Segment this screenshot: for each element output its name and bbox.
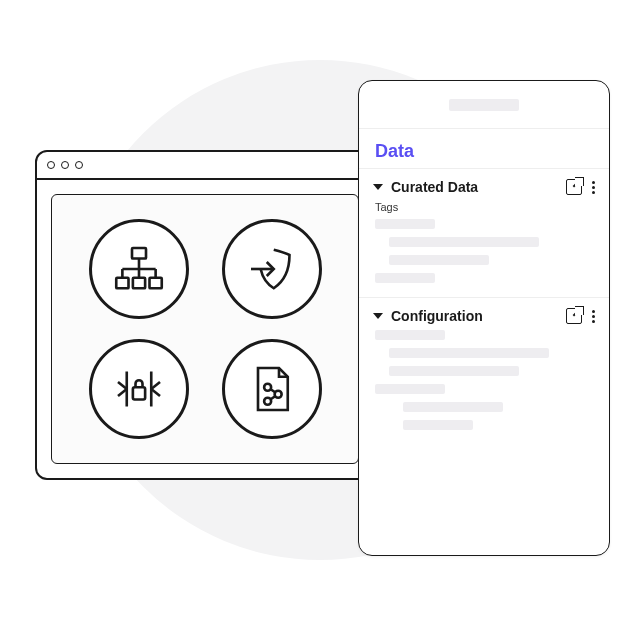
browser-window — [35, 150, 375, 480]
placeholder-group — [373, 219, 595, 283]
svg-line-31 — [270, 396, 275, 400]
section-configuration: Configuration — [359, 297, 609, 444]
open-external-icon[interactable] — [566, 179, 582, 195]
placeholder-bar — [375, 330, 445, 340]
svg-line-30 — [270, 389, 275, 393]
placeholder-bar — [389, 237, 539, 247]
svg-rect-17 — [149, 278, 161, 289]
svg-rect-16 — [132, 278, 144, 289]
browser-titlebar — [37, 152, 373, 180]
open-external-icon[interactable] — [566, 308, 582, 324]
data-panel: Data Curated Data Tags Configuration — [358, 80, 610, 556]
placeholder-group — [373, 330, 595, 430]
hierarchy-icon — [89, 219, 189, 319]
window-dot — [61, 161, 69, 169]
section-header[interactable]: Curated Data — [373, 179, 595, 195]
placeholder-bar — [403, 420, 473, 430]
more-menu-icon[interactable] — [592, 310, 595, 323]
panel-title: Data — [359, 129, 609, 168]
svg-rect-26 — [132, 387, 144, 399]
svg-rect-15 — [116, 278, 128, 289]
section-title: Configuration — [391, 308, 558, 324]
svg-rect-14 — [132, 248, 146, 259]
window-dot — [47, 161, 55, 169]
section-title: Curated Data — [391, 179, 558, 195]
share-document-icon — [222, 339, 322, 439]
placeholder-bar — [389, 348, 549, 358]
window-dot — [75, 161, 83, 169]
icon-grid — [51, 194, 359, 464]
placeholder-bar — [449, 99, 519, 111]
more-menu-icon[interactable] — [592, 181, 595, 194]
shield-login-icon — [222, 219, 322, 319]
section-curated-data: Curated Data Tags — [359, 168, 609, 297]
panel-header — [359, 81, 609, 129]
browser-body — [37, 180, 373, 478]
placeholder-bar — [389, 255, 489, 265]
placeholder-bar — [403, 402, 503, 412]
placeholder-bar — [375, 384, 445, 394]
secure-gateway-icon — [89, 339, 189, 439]
section-header[interactable]: Configuration — [373, 308, 595, 324]
placeholder-bar — [375, 219, 435, 229]
chevron-down-icon — [373, 184, 383, 190]
placeholder-bar — [389, 366, 519, 376]
section-subtitle: Tags — [375, 201, 595, 213]
chevron-down-icon — [373, 313, 383, 319]
placeholder-bar — [375, 273, 435, 283]
